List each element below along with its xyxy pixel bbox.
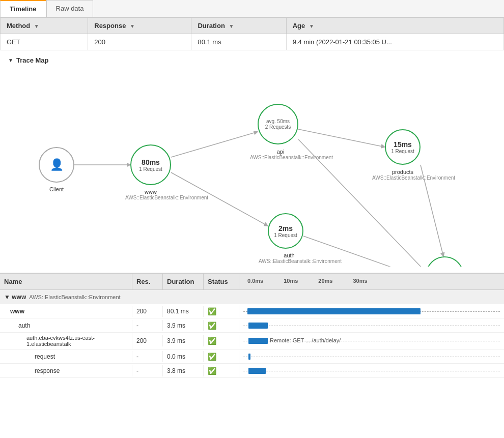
col-age[interactable]: Age ▼ [286, 18, 503, 34]
tl-row-response: response - 3.8 ms ✅ [0, 364, 504, 378]
node-www[interactable]: 80ms 1 Request [130, 144, 171, 185]
sort-age-icon: ▼ [309, 23, 314, 29]
th-status: Status [204, 274, 239, 289]
group-label: www [12, 294, 26, 301]
status-check-icon-response: ✅ [208, 367, 216, 375]
bar-fill-request [248, 354, 250, 360]
tl-row-www: www 200 80.1 ms ✅ [0, 304, 504, 318]
tl-row-auth: auth - 3.9 ms ✅ [0, 318, 504, 333]
node-products-caption: products AWS::ElasticBeanstalk::Environm… [372, 169, 433, 181]
tl-duration-request: 0.0 ms [163, 351, 204, 362]
tab-rawdata[interactable]: Raw data [46, 0, 94, 17]
th-res: Res. [132, 274, 163, 289]
status-check-icon-auth-eba: ✅ [208, 337, 216, 345]
tl-status-response: ✅ [204, 365, 239, 377]
bar-fill-auth-eba [248, 338, 268, 344]
tl-res-www: 200 [132, 306, 163, 317]
node-auth-caption: auth AWS::ElasticBeanstalk::Environment [259, 252, 320, 264]
status-check-icon: ✅ [208, 307, 216, 315]
tick-10: 10ms [284, 278, 298, 285]
tl-bar-request [239, 351, 504, 362]
col-method[interactable]: Method ▼ [1, 18, 88, 34]
node-auth[interactable]: 2ms 1 Request [268, 213, 303, 249]
table-row: GET 200 80.1 ms 9.4 min (2022-01-21 00:3… [1, 34, 504, 50]
tl-group-header-row[interactable]: ▼ www AWS::ElasticBeanstalk::Environment [0, 290, 504, 304]
col-duration[interactable]: Duration ▼ [191, 18, 286, 34]
tl-res-request: - [132, 351, 163, 362]
bar-fill-response [248, 368, 266, 374]
tl-bar-www [239, 306, 504, 317]
node-customers[interactable]: avg. 4ms 4 Requests [426, 256, 464, 267]
bar-dashed-line-auth [243, 326, 500, 326]
th-duration: Duration [163, 274, 204, 289]
svg-line-3 [298, 129, 385, 147]
bar-label-auth-eba: Remote: GET ... /auth/delay/ [270, 337, 341, 343]
tl-row-auth-eba: auth.eba-cvkws4fz.us-east-1.elasticbeans… [0, 333, 504, 349]
node-www-caption: www AWS::ElasticBeanstalk::Environment [125, 189, 176, 200]
tick-0: 0.0ms [247, 278, 263, 285]
tl-name-auth[interactable]: auth [0, 320, 132, 331]
data-table: Method ▼ Response ▼ Duration ▼ Age ▼ GET… [0, 17, 504, 50]
tl-status-auth-eba: ✅ [204, 335, 239, 347]
tl-bar-auth [239, 320, 504, 331]
tl-name-response[interactable]: response [0, 365, 132, 376]
node-api[interactable]: avg. 50ms 2 Requests [258, 104, 298, 144]
cell-duration: 80.1 ms [191, 34, 286, 50]
sort-response-icon: ▼ [130, 23, 135, 29]
node-api-caption: api AWS::ElasticBeanstalk::Environment [250, 149, 311, 160]
tl-duration-auth: 3.9 ms [163, 320, 204, 331]
tick-30: 30ms [353, 278, 367, 285]
trace-map-header[interactable]: ▼ Trace Map [8, 56, 496, 64]
tl-duration-response: 3.8 ms [163, 365, 204, 376]
tabs-container: Timeline Raw data [0, 0, 504, 17]
sort-duration-icon: ▼ [229, 23, 234, 29]
tl-status-auth: ✅ [204, 319, 239, 332]
tab-timeline[interactable]: Timeline [0, 0, 46, 17]
tl-status-request: ✅ [204, 351, 239, 363]
node-products[interactable]: 15ms 1 Request [385, 129, 421, 165]
node-client-caption: Client [39, 186, 74, 192]
user-icon: 👤 [50, 158, 64, 171]
timeline-table-header: Name Res. Duration Status 0.0ms 10ms 20m… [0, 274, 504, 290]
tl-res-auth: - [132, 320, 163, 331]
tl-row-request: request - 0.0 ms ✅ [0, 349, 504, 364]
tl-status-www: ✅ [204, 305, 239, 317]
tl-res-response: - [132, 365, 163, 376]
tl-duration-auth-eba: 3.9 ms [163, 335, 204, 346]
tl-bar-auth-eba: Remote: GET ... /auth/delay/ [239, 335, 504, 346]
cell-age: 9.4 min (2022-01-21 00:35:05 U... [286, 34, 503, 50]
tl-group-name-cell: ▼ www AWS::ElasticBeanstalk::Environment [0, 291, 504, 303]
status-check-icon-auth: ✅ [208, 322, 216, 330]
chevron-down-icon: ▼ [8, 57, 13, 63]
tick-20: 20ms [318, 278, 332, 285]
node-client[interactable]: 👤 [39, 147, 74, 183]
tl-bar-response [239, 365, 504, 376]
bar-fill-www [247, 308, 421, 314]
col-response[interactable]: Response ▼ [88, 18, 191, 34]
sort-method-icon: ▼ [34, 23, 39, 29]
tl-name-www[interactable]: www [0, 306, 132, 317]
tl-res-auth-eba: 200 [132, 335, 163, 346]
th-timeline-ticks: 0.0ms 10ms 20ms 30ms [239, 274, 504, 289]
bar-fill-auth [248, 323, 268, 329]
th-name: Name [0, 274, 132, 289]
group-tag: AWS::ElasticBeanstalk::Environment [29, 294, 120, 300]
trace-arrows-svg [8, 68, 496, 267]
trace-map-section: ▼ Trace Map 👤 [0, 50, 504, 273]
tl-name-auth-eba[interactable]: auth.eba-cvkws4fz.us-east-1.elasticbeans… [0, 333, 132, 349]
trace-map-container: 👤 Client 80ms 1 Request www AWS::Elastic… [8, 68, 496, 267]
bar-dashed-line-request [243, 357, 500, 357]
cell-response: 200 [88, 34, 191, 50]
svg-line-1 [171, 132, 258, 157]
status-check-icon-request: ✅ [208, 353, 216, 361]
group-chevron-icon: ▼ [4, 294, 10, 301]
tl-name-request[interactable]: request [0, 351, 132, 362]
trace-map-title: Trace Map [16, 56, 49, 64]
bar-dashed-line-response [243, 371, 500, 371]
cell-method: GET [1, 34, 88, 50]
timeline-table-section: Name Res. Duration Status 0.0ms 10ms 20m… [0, 273, 504, 378]
tl-duration-www: 80.1 ms [163, 306, 204, 317]
